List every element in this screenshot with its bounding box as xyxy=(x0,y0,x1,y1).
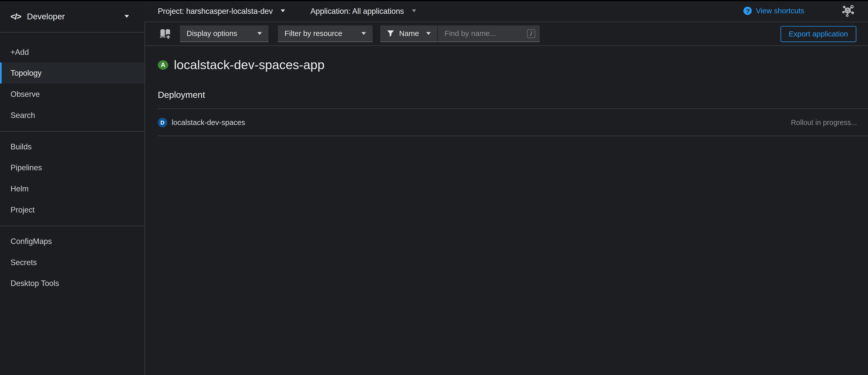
caret-down-icon xyxy=(257,32,262,35)
sidebar-item-builds[interactable]: Builds xyxy=(0,136,145,157)
application-selector[interactable]: Application: All applications xyxy=(310,6,416,15)
topology-graph-icon[interactable] xyxy=(841,4,856,18)
find-by-name-wrapper: / xyxy=(438,25,540,41)
nav-section-config: ConfigMaps Secrets Desktop Tools xyxy=(0,226,145,299)
display-options-dropdown[interactable]: Display options xyxy=(180,25,269,42)
sidebar-item-add[interactable]: +Add xyxy=(0,41,145,63)
name-filter-dropdown[interactable]: Name xyxy=(380,25,438,41)
app-root: </> Developer +Add Topology Observe Sear… xyxy=(0,0,868,375)
sidebar-item-helm[interactable]: Helm xyxy=(0,178,145,199)
filter-by-resource-dropdown[interactable]: Filter by resource xyxy=(278,25,372,42)
page-below-masthead: Display options Filter by resource Name xyxy=(145,22,868,375)
sidebar-item-secrets[interactable]: Secrets xyxy=(0,252,145,273)
sidebar: </> Developer +Add Topology Observe Sear… xyxy=(0,0,145,375)
filter-by-resource-label: Filter by resource xyxy=(285,29,342,38)
caret-down-icon xyxy=(362,32,366,35)
nav-section-main: +Add Topology Observe Search xyxy=(0,37,145,132)
sidebar-item-search[interactable]: Search xyxy=(0,105,145,126)
slash-shortcut-key: / xyxy=(527,29,535,38)
nav-section-build: Builds Pipelines Helm Project xyxy=(0,132,145,226)
caret-down-icon xyxy=(281,9,285,12)
view-shortcuts-link[interactable]: ? View shortcuts xyxy=(744,6,804,15)
deployment-badge: D xyxy=(158,117,167,127)
caret-down-icon xyxy=(412,9,416,12)
find-by-name-input[interactable] xyxy=(443,29,527,38)
resource-section-heading: Deployment xyxy=(158,90,868,100)
sidebar-item-topology[interactable]: Topology xyxy=(0,63,145,84)
resource-list: D localstack-dev-spaces Rollout in progr… xyxy=(158,108,868,136)
context-bar: Project: harshcasper-localsta-dev Applic… xyxy=(145,0,868,22)
sidebar-item-desktop-tools[interactable]: Desktop Tools xyxy=(0,273,145,294)
window-top-edge xyxy=(0,0,868,1)
application-group-title: localstack-dev-spaces-app xyxy=(174,57,324,72)
display-options-label: Display options xyxy=(186,29,237,38)
application-group-heading: A localstack-dev-spaces-app xyxy=(158,57,868,73)
perspective-switcher[interactable]: </> Developer xyxy=(0,0,145,33)
project-selector-label: Project: harshcasper-localsta-dev xyxy=(158,6,273,15)
topology-toolbar: Display options Filter by resource Name xyxy=(145,22,868,46)
application-badge: A xyxy=(158,60,168,69)
caret-down-icon xyxy=(426,32,431,35)
project-selector[interactable]: Project: harshcasper-localsta-dev xyxy=(158,6,285,15)
sidebar-item-project[interactable]: Project xyxy=(0,199,145,220)
export-application-button[interactable]: Export application xyxy=(780,26,857,42)
resource-status-text: Rollout in progress... xyxy=(791,118,857,127)
resource-name-link[interactable]: localstack-dev-spaces xyxy=(172,118,245,127)
filter-icon xyxy=(387,30,394,37)
topology-list-view: A localstack-dev-spaces-app Deployment D… xyxy=(145,46,868,375)
sidebar-item-observe[interactable]: Observe xyxy=(0,83,145,105)
chevron-down-icon xyxy=(125,14,129,18)
name-filter-group: Name / xyxy=(380,25,540,42)
view-shortcuts-label: View shortcuts xyxy=(756,6,804,15)
book-plus-icon[interactable] xyxy=(159,27,172,40)
sidebar-nav: +Add Topology Observe Search Builds Pipe… xyxy=(0,33,145,299)
name-filter-label: Name xyxy=(399,29,419,38)
sidebar-item-configmaps[interactable]: ConfigMaps xyxy=(0,231,145,252)
question-circle-icon: ? xyxy=(744,6,752,15)
main-column: Project: harshcasper-localsta-dev Applic… xyxy=(145,0,868,375)
sidebar-item-pipelines[interactable]: Pipelines xyxy=(0,157,145,178)
table-row[interactable]: D localstack-dev-spaces Rollout in progr… xyxy=(158,108,868,136)
perspective-label: Developer xyxy=(27,11,65,21)
application-selector-label: Application: All applications xyxy=(310,6,404,15)
code-icon: </> xyxy=(10,11,21,21)
